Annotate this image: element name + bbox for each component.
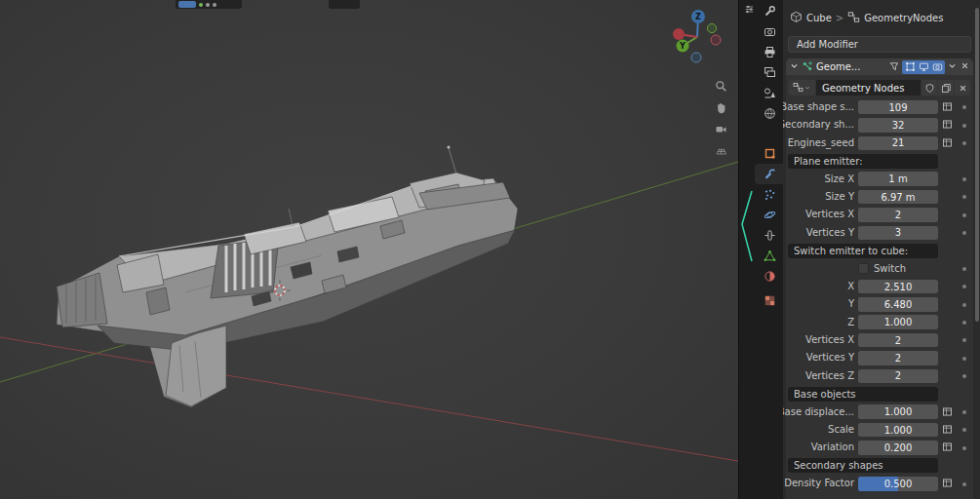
decorator-dot[interactable] [962, 338, 966, 342]
vertex-group-filter-icon[interactable] [888, 60, 900, 74]
attribute-toggle-icon[interactable] [942, 101, 954, 113]
section-label: Base objects [788, 387, 938, 402]
tab-scene[interactable] [755, 83, 784, 103]
attribute-toggle-icon[interactable] [942, 137, 954, 149]
decorator-dot[interactable] [962, 195, 966, 199]
header-dot-icon[interactable] [206, 3, 210, 7]
node-group-name-field[interactable]: Geometry Nodes [816, 80, 921, 96]
decorator-dot[interactable] [962, 321, 966, 325]
input-value-field[interactable]: 1.000 [858, 315, 938, 329]
browse-node-group-button[interactable] [789, 80, 815, 96]
tab-object[interactable] [755, 143, 784, 164]
snap-toggle-fragment[interactable] [178, 1, 196, 8]
expand-chevron-icon[interactable] [789, 60, 800, 73]
section-row: Base objects [786, 385, 973, 403]
tab-texture[interactable] [755, 290, 784, 311]
input-label: Secondary sh... [783, 116, 854, 134]
unlink-icon[interactable] [955, 80, 970, 96]
attribute-toggle-icon[interactable] [942, 424, 954, 436]
pan-hand-icon[interactable] [711, 97, 730, 117]
decorator-dot[interactable] [962, 357, 966, 361]
decorator-dot[interactable] [962, 177, 966, 181]
camera-view-icon[interactable] [711, 119, 730, 138]
gizmo-x-axis[interactable] [673, 28, 685, 40]
edit-mode-toggle-icon[interactable] [903, 60, 917, 74]
decorator-dot[interactable] [962, 124, 966, 128]
input-value-field[interactable]: 32 [858, 118, 938, 133]
input-value-field[interactable]: 1 m [858, 172, 938, 186]
input-value-field[interactable]: 3 [858, 226, 938, 241]
input-value-field[interactable]: 109 [858, 100, 938, 115]
decorator-dot[interactable] [962, 231, 966, 235]
gizmo-z-negative[interactable] [691, 53, 701, 62]
input-value-field[interactable]: 1.000 [858, 404, 938, 419]
axis-x-line [0, 337, 738, 461]
gizmo-y-negative[interactable] [707, 23, 716, 32]
decorator-dot[interactable] [962, 410, 966, 414]
add-modifier-label: Add Modifier [797, 39, 858, 50]
node-tree-icon [847, 11, 860, 25]
decorator-dot[interactable] [962, 105, 966, 109]
input-value-field[interactable]: 2 [858, 369, 938, 384]
checkbox-label: Switch [874, 260, 906, 278]
decorator-dot[interactable] [962, 267, 966, 271]
fake-user-shield-icon[interactable] [921, 80, 937, 96]
input-value-field[interactable]: 2 [858, 333, 938, 348]
decorator-dot[interactable] [962, 374, 966, 378]
input-label: Vertices X [783, 331, 854, 349]
input-value-field[interactable]: 21 [858, 136, 938, 151]
tab-particles[interactable] [755, 184, 784, 205]
attribute-toggle-icon[interactable] [942, 119, 954, 131]
tab-material[interactable] [755, 266, 784, 287]
attribute-toggle-icon[interactable] [942, 441, 954, 453]
gizmo-x-negative[interactable] [711, 35, 721, 45]
decorator-dot[interactable] [962, 303, 966, 307]
decorator-dot[interactable] [962, 285, 966, 288]
realtime-display-toggle-icon[interactable] [917, 60, 930, 74]
render-display-toggle-icon[interactable] [930, 60, 944, 74]
input-value-field[interactable]: 1.000 [858, 423, 938, 438]
decorator-dot[interactable] [962, 428, 966, 432]
proportional-edit-icon[interactable] [199, 3, 203, 7]
extras-menu-icon[interactable] [947, 60, 958, 73]
navigation-gizmo[interactable]: Z Y [672, 8, 725, 64]
switch-checkbox[interactable] [858, 263, 869, 274]
tab-object-data[interactable] [755, 246, 784, 266]
decorator-dot[interactable] [962, 446, 966, 450]
input-value-field[interactable]: 6.480 [858, 297, 938, 312]
input-value-field[interactable]: 2 [858, 208, 938, 222]
viewport-header-fragment[interactable] [176, 0, 242, 9]
3d-viewport[interactable]: Z Y [0, 0, 738, 499]
input-value-field[interactable]: 6.97 m [858, 190, 938, 205]
tab-view-layer[interactable] [755, 62, 784, 83]
input-label: Density Factor [783, 475, 854, 492]
viewport-header-dropdown-fragment[interactable] [329, 0, 360, 9]
input-value-field[interactable]: 0.200 [858, 441, 938, 455]
attribute-toggle-icon[interactable] [942, 478, 954, 489]
modifier-input-row: Z1.000 [786, 314, 973, 331]
ortho-grid-icon[interactable] [711, 140, 730, 160]
modifier-name[interactable]: Geome... [815, 61, 886, 72]
remove-modifier-icon[interactable] [960, 60, 970, 73]
scrollbar[interactable] [975, 8, 979, 322]
add-modifier-button[interactable]: Add Modifier [788, 36, 971, 53]
decorator-dot[interactable] [962, 213, 966, 217]
tab-modifiers[interactable] [755, 164, 784, 184]
tab-world[interactable] [755, 103, 784, 124]
zoom-icon[interactable] [711, 76, 730, 96]
tab-physics[interactable] [755, 205, 784, 225]
input-label: Vertices Y [783, 224, 854, 242]
header-dot-icon[interactable] [213, 3, 216, 7]
input-value-field[interactable]: 0.500 [858, 477, 938, 491]
tab-constraints[interactable] [755, 225, 784, 246]
input-value-field[interactable]: 2.510 [858, 280, 938, 294]
modifier-input-row: Scale1.000 [786, 421, 973, 439]
attribute-toggle-icon[interactable] [942, 406, 954, 418]
decorator-dot[interactable] [962, 141, 966, 145]
tab-tool[interactable] [755, 1, 784, 21]
tab-output[interactable] [755, 42, 784, 62]
input-value-field[interactable]: 2 [858, 351, 938, 365]
duplicate-data-icon[interactable] [938, 80, 954, 96]
decorator-dot[interactable] [962, 482, 966, 486]
tab-render[interactable] [755, 21, 784, 42]
